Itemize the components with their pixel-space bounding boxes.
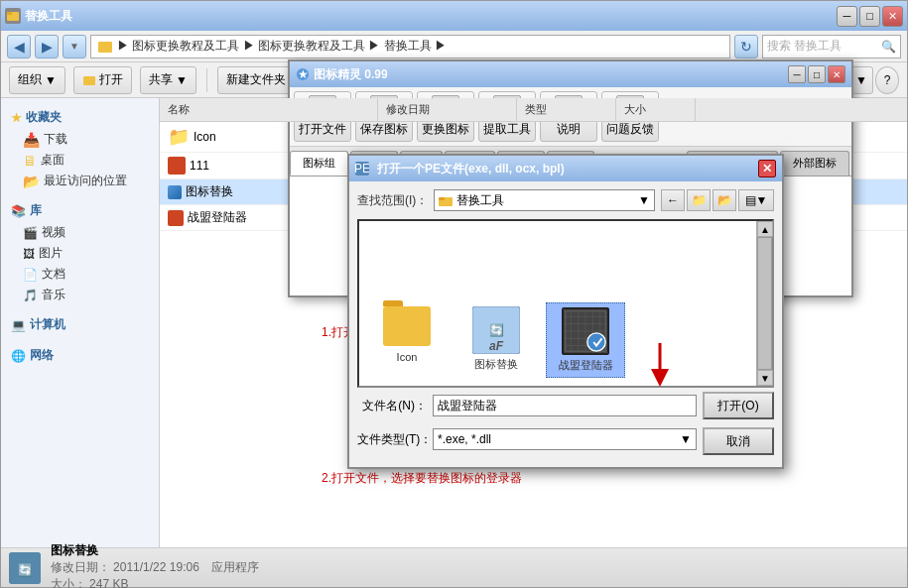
pe-close-button[interactable]: ✕ bbox=[758, 160, 776, 177]
forward-button[interactable]: ▶ bbox=[35, 35, 59, 59]
minimize-button[interactable]: ─ bbox=[837, 6, 857, 27]
close-button[interactable]: ✕ bbox=[882, 6, 903, 27]
share-button[interactable]: 共享 ▼ bbox=[140, 66, 196, 94]
refresh-button[interactable]: ↻ bbox=[734, 35, 758, 59]
pe-main-area: Icon 🔄 aF 图标替换 bbox=[357, 219, 774, 388]
pe-file-dialog[interactable]: PE 打开一个PE文件(exe, dll, ocx, bpl) ✕ 查找范围(I… bbox=[347, 154, 784, 469]
file-name: Icon bbox=[194, 130, 216, 144]
sidebar-item-download[interactable]: 📥 下载 bbox=[5, 129, 155, 150]
restore-button[interactable]: □ bbox=[859, 6, 880, 27]
sidebar-item-pictures[interactable]: 🖼 图片 bbox=[5, 243, 155, 264]
help-button[interactable]: ? bbox=[875, 66, 899, 94]
favorites-section: ★ 收藏夹 📥 下载 🖥 桌面 📂 最近访问的位置 bbox=[5, 106, 155, 191]
icon-replace-exe: 🔄 aF bbox=[472, 306, 520, 354]
folder-icon: 📁 bbox=[168, 126, 190, 148]
filetype-combo[interactable]: *.exe, *.dll ▼ bbox=[433, 428, 697, 450]
computer-section: 💻 计算机 bbox=[5, 313, 155, 336]
nav-back-btn[interactable]: ← bbox=[661, 189, 685, 211]
computer-icon: 💻 bbox=[11, 318, 26, 332]
status-icon: 🔄 bbox=[9, 552, 41, 584]
window-controls: ─ □ ✕ bbox=[837, 6, 903, 27]
scroll-down[interactable]: ▼ bbox=[757, 370, 773, 386]
nav-new-btn[interactable]: 📂 bbox=[713, 189, 736, 211]
svg-rect-2 bbox=[98, 42, 112, 53]
pe-cancel-col: 取消 bbox=[703, 423, 774, 455]
network-section: 🌐 网络 bbox=[5, 344, 155, 367]
icon-replace-icon bbox=[168, 185, 182, 199]
search-box[interactable]: 搜索 替换工具 🔍 bbox=[762, 35, 901, 59]
tab-external-icons[interactable]: 外部图标 bbox=[780, 151, 849, 176]
organize-button[interactable]: 组织 ▼ bbox=[9, 66, 65, 94]
file-list-header: 名称 修改日期 类型 大小 bbox=[160, 98, 907, 122]
window-icon bbox=[5, 8, 21, 24]
library-icon: 📚 bbox=[11, 204, 26, 218]
zhanmeng-svg bbox=[564, 307, 607, 355]
title-bar: 替换工具 ─ □ ✕ bbox=[1, 1, 907, 31]
address-path[interactable]: ▶ 图标更换教程及工具 ▶ 图标更换教程及工具 ▶ 替换工具 ▶ bbox=[90, 35, 730, 59]
network-icon: 🌐 bbox=[11, 349, 26, 363]
pe-cancel-button[interactable]: 取消 bbox=[703, 427, 774, 455]
favorites-header[interactable]: ★ 收藏夹 bbox=[5, 106, 155, 129]
icon-wizard-title-bar: ★ 图标精灵 0.99 ─ □ ✕ bbox=[290, 61, 851, 87]
pe-open-button[interactable]: 打开(O) bbox=[703, 392, 774, 419]
wizard-minimize[interactable]: ─ bbox=[788, 65, 806, 83]
svg-text:★: ★ bbox=[298, 67, 309, 81]
folder-icon bbox=[439, 194, 453, 206]
col-header-date[interactable]: 修改日期 bbox=[378, 98, 517, 121]
open-toolbar-button[interactable]: 打开 bbox=[73, 66, 132, 94]
sidebar-item-video[interactable]: 🎬 视频 bbox=[5, 222, 155, 243]
pe-file-icon[interactable]: Icon bbox=[367, 302, 447, 378]
nav-folder-btn[interactable]: 📁 bbox=[687, 189, 711, 211]
back-button[interactable]: ◀ bbox=[7, 35, 31, 59]
library-header[interactable]: 📚 库 bbox=[5, 199, 155, 222]
pe-file-grid: Icon 🔄 aF 图标替换 bbox=[357, 219, 774, 388]
svg-text:PE: PE bbox=[355, 162, 369, 176]
pe-file-label: Icon bbox=[397, 351, 418, 363]
status-text: 图标替换 修改日期： 2011/1/22 19:06 应用程序 大小： 247 … bbox=[51, 542, 259, 588]
documents-icon: 📄 bbox=[23, 268, 38, 282]
pe-grid-items: Icon 🔄 aF 图标替换 bbox=[367, 302, 641, 378]
file-name: 111 bbox=[190, 159, 209, 173]
tab-icon-group[interactable]: 图标组 bbox=[290, 151, 348, 176]
scroll-thumb[interactable] bbox=[757, 237, 772, 370]
wizard-restore[interactable]: □ bbox=[808, 65, 826, 83]
sidebar-item-documents[interactable]: 📄 文档 bbox=[5, 264, 155, 285]
scope-combo[interactable]: 替换工具 ▼ bbox=[434, 189, 655, 211]
scope-label: 查找范围(I)： bbox=[357, 192, 428, 209]
file-name: 战盟登陆器 bbox=[188, 209, 247, 226]
col-header-name[interactable]: 名称 bbox=[160, 98, 378, 121]
pe-filename-row: 文件名(N)： 打开(O) bbox=[357, 392, 774, 419]
wizard-close[interactable]: ✕ bbox=[828, 65, 845, 83]
pe-scrollbar[interactable]: ▲ ▼ bbox=[756, 221, 772, 386]
wizard-icon: ★ bbox=[296, 67, 310, 81]
pe-dialog-icon: PE bbox=[355, 162, 369, 176]
col-header-size[interactable]: 大小 bbox=[616, 98, 696, 121]
music-icon: 🎵 bbox=[23, 289, 38, 302]
up-button[interactable]: ▼ bbox=[63, 35, 86, 59]
folder-icon: 📥 bbox=[23, 132, 40, 148]
sidebar: ★ 收藏夹 📥 下载 🖥 桌面 📂 最近访问的位置 bbox=[1, 98, 160, 547]
scroll-up[interactable]: ▲ bbox=[757, 221, 773, 237]
ico-icon bbox=[168, 157, 186, 175]
pe-file-zhanmeng[interactable]: 战盟登陆器 bbox=[546, 302, 625, 378]
sidebar-item-music[interactable]: 🎵 音乐 bbox=[5, 285, 155, 305]
computer-header[interactable]: 💻 计算机 bbox=[5, 313, 155, 336]
pe-title-bar: PE 打开一个PE文件(exe, dll, ocx, bpl) ✕ bbox=[349, 156, 782, 181]
filename-input[interactable] bbox=[433, 395, 697, 416]
file-name: 图标替换 bbox=[186, 183, 233, 200]
sidebar-item-desktop[interactable]: 🖥 桌面 bbox=[5, 150, 155, 171]
new-folder-button[interactable]: 新建文件夹 bbox=[217, 66, 295, 94]
pe-title-text: 打开一个PE文件(exe, dll, ocx, bpl) bbox=[377, 161, 754, 177]
recent-icon: 📂 bbox=[23, 174, 40, 189]
col-header-type[interactable]: 类型 bbox=[517, 98, 616, 121]
wizard-controls: ─ □ ✕ bbox=[788, 65, 845, 83]
pe-body: 查找范围(I)： 替换工具 ▼ ← 📁 📂 ▤▼ bbox=[349, 181, 782, 467]
network-header[interactable]: 🌐 网络 bbox=[5, 344, 155, 367]
search-placeholder: 搜索 替换工具 bbox=[767, 38, 842, 55]
sidebar-item-recent[interactable]: 📂 最近访问的位置 bbox=[5, 171, 155, 191]
pe-file-icon-replace[interactable]: 🔄 aF 图标替换 bbox=[456, 302, 536, 378]
nav-view-btn[interactable]: ▤▼ bbox=[738, 189, 774, 211]
folder-shape bbox=[383, 306, 431, 346]
svg-text:aF: aF bbox=[489, 339, 504, 353]
star-icon: ★ bbox=[11, 111, 22, 125]
